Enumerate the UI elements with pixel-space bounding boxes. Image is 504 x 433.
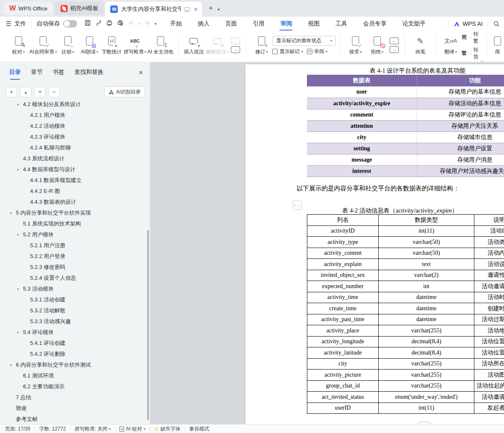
compare-button[interactable]: ↔ 比较▾	[57, 35, 79, 56]
track-changes-button[interactable]: ✎ 修订▾	[251, 35, 272, 56]
toc-item[interactable]: 6.1 测试环境	[0, 370, 146, 381]
ai-read-aloud-button[interactable]: ))) AI朗读▾	[79, 35, 101, 56]
toc-item[interactable]: 5.2.3 修改密码	[0, 262, 146, 273]
wps-ai-menu[interactable]: WPS AI	[463, 20, 483, 27]
reject-changes-button[interactable]: ⃠ 拒绝▾	[366, 35, 388, 56]
toc-item[interactable]: ▾ 4.4 数据库模型与设计	[0, 164, 146, 175]
ink-brush-button[interactable]: ✎ 画笔	[409, 35, 431, 56]
toc-item[interactable]: 6.2 主要功能演示	[0, 381, 146, 392]
comment-indicator-icon[interactable]	[184, 7, 190, 12]
toc-item[interactable]: 5.2.2 用户登录	[0, 251, 146, 262]
translate-button[interactable]: 文⇄A 翻译▾	[440, 35, 461, 56]
document-page[interactable]: 表 4-1 设计平台系统的表名及其功能 数据表 功能 user	[246, 64, 504, 424]
hamburger-menu-icon[interactable]: ☰	[6, 20, 11, 28]
collapse-arrow-icon[interactable]: ▾	[17, 331, 23, 334]
toc-item[interactable]: 5.3.2 活动解散	[0, 305, 146, 316]
toc-item[interactable]: 4.2.4 私聊与群聊	[0, 142, 146, 153]
zoom-out-toc-button[interactable]: −	[48, 87, 60, 97]
expand-all-button[interactable]: ▾	[6, 87, 17, 97]
markup-state-select[interactable]: 显示标记的最终状态▾	[272, 36, 336, 46]
previous-change-icon[interactable]: ←	[390, 38, 399, 44]
spell-check-button[interactable]: ABC✓ 拼写检查▾	[123, 35, 147, 56]
toc-item[interactable]: 5.3.1 活动创建	[0, 294, 146, 305]
toc-item[interactable]: ▾ 5 内容分享和社交平台软件实现	[0, 208, 146, 218]
toc-item[interactable]: 5.2.4 设置个人信息	[0, 273, 146, 284]
print-icon[interactable]	[104, 20, 115, 28]
collapse-all-button[interactable]: ▴	[20, 87, 31, 97]
sidebar-tab-contents[interactable]: 目录	[9, 68, 21, 80]
toc-item[interactable]: ▾ 5.3 活动模块	[0, 284, 146, 294]
collapse-arrow-icon[interactable]: ▾	[17, 287, 23, 291]
menu-tab-page[interactable]: 页面	[224, 17, 238, 30]
tab-docer-template[interactable]: 稻壳AI模板	[55, 2, 104, 15]
sidebar-tab-bookmarks[interactable]: 书签	[53, 68, 64, 80]
page-indicator[interactable]: 页面: 17/35	[5, 425, 30, 433]
missing-font-warning[interactable]: ⚠ 缺失字体	[154, 425, 180, 433]
previous-comment-icon[interactable]: ←	[231, 38, 240, 44]
show-markup-button[interactable]: 显示标记▾	[272, 48, 303, 55]
menu-tab-review[interactable]: 审阅	[279, 17, 293, 30]
ai-recognize-toc-button[interactable]: AI识别目录	[104, 86, 145, 97]
save-icon[interactable]	[82, 20, 93, 28]
new-tab-button[interactable]: ＋	[207, 3, 214, 13]
menu-tab-reference[interactable]: 引用	[252, 17, 265, 30]
toc-item[interactable]: 4.2.3 评论模块	[0, 132, 146, 142]
toc-item[interactable]: 4.2.2 活动模块	[0, 121, 146, 132]
next-change-icon[interactable]: →	[390, 46, 399, 53]
zoom-in-toc-button[interactable]: ＋	[34, 87, 46, 97]
close-tab-icon[interactable]: ✕	[193, 6, 198, 13]
sidebar-tab-chapters[interactable]: 章节	[31, 68, 43, 80]
redo-icon[interactable]: ↷	[142, 20, 152, 28]
word-count-status[interactable]: 字数: 12772	[39, 425, 66, 433]
toc-item[interactable]: 5.1 系统实现的技术架构	[0, 218, 146, 229]
toc-item[interactable]: 4.2.1 用户模块	[0, 110, 146, 121]
ai-polish-button[interactable]: ⁑ AI 全文润色	[147, 35, 174, 56]
toc-item[interactable]: 4.4.2 E-R 图	[0, 186, 146, 197]
menu-tab-view[interactable]: 视图	[307, 17, 320, 30]
menu-tab-paper-helper[interactable]: 论文助手	[401, 17, 426, 30]
print-preview-icon[interactable]	[115, 20, 126, 28]
sidebar-tab-find-replace[interactable]: 查找和替换	[74, 68, 104, 80]
proofread-button[interactable]: 校对▾	[8, 35, 29, 56]
file-menu[interactable]: 文件	[14, 20, 26, 28]
compatibility-mode-badge[interactable]: 兼容模式	[189, 425, 209, 433]
restrict-editing-button[interactable]: 限	[491, 35, 504, 56]
quick-access-chevron-icon[interactable]: ▾	[152, 22, 158, 26]
next-comment-icon[interactable]: →	[231, 46, 240, 53]
table-quick-add-button[interactable]	[418, 422, 431, 424]
menu-tab-insert[interactable]: 插入	[197, 17, 210, 30]
toc-item[interactable]: 4.4.1 数据库模型建立	[0, 175, 146, 186]
delete-comment-button[interactable]: ✕ 删除批注▾	[205, 35, 229, 56]
simplified-to-traditional-button[interactable]: 简→ 转繁	[461, 30, 478, 45]
collapse-arrow-icon[interactable]: ▾	[17, 233, 23, 237]
tab-wps-office[interactable]: W WPS Office	[3, 2, 53, 15]
spellcheck-status[interactable]: 拼写检查: 关闭▾	[75, 425, 111, 433]
toc-item[interactable]: ▾ 5.2 用户模块	[0, 229, 146, 240]
undo-chevron-icon[interactable]: ▾	[137, 22, 142, 26]
collapse-arrow-icon[interactable]: ▾	[10, 211, 16, 215]
collapse-arrow-icon[interactable]: ▾	[17, 103, 23, 106]
review-pane-button[interactable]: 审阅▾	[307, 48, 327, 55]
collapse-arrow-icon[interactable]: ▾	[17, 168, 23, 172]
accept-changes-button[interactable]: ✓ 接受▾	[344, 35, 366, 56]
toc-item[interactable]: 致谢	[0, 403, 146, 414]
toc-item[interactable]: 参考文献	[0, 414, 146, 424]
insert-comment-button[interactable]: ＋ 插入批注	[183, 35, 205, 56]
toc-item[interactable]: ▾ 4.2 模块划分及系统设计	[0, 99, 146, 110]
menu-tab-tools[interactable]: 工具	[334, 17, 348, 30]
autosave-toggle[interactable]	[63, 20, 77, 28]
menu-tab-home[interactable]: 开始	[169, 17, 182, 30]
word-count-button[interactable]: 12＋ 字数统计	[101, 35, 123, 56]
tab-document-active[interactable]: W 大学生内容分享和社交平台的 ✕	[105, 2, 202, 17]
output-icon[interactable]	[93, 20, 104, 28]
search-icon[interactable]	[493, 20, 500, 27]
toc-item[interactable]: 7 总结	[0, 392, 146, 403]
collapse-arrow-icon[interactable]: ▾	[10, 363, 16, 367]
sidebar-scrollbar[interactable]	[147, 230, 149, 420]
close-sidebar-icon[interactable]: ✕	[138, 69, 143, 79]
ai-contract-review-button[interactable]: ✓ AI合同审查▾	[29, 35, 57, 56]
menu-tab-member[interactable]: 会员专享	[362, 17, 387, 30]
tab-list-chevron-icon[interactable]: ▾	[218, 7, 220, 12]
toc-item[interactable]: 5.4.2 评论删除	[0, 349, 146, 360]
toc-item[interactable]: 4.3 系统流程设计	[0, 153, 146, 164]
